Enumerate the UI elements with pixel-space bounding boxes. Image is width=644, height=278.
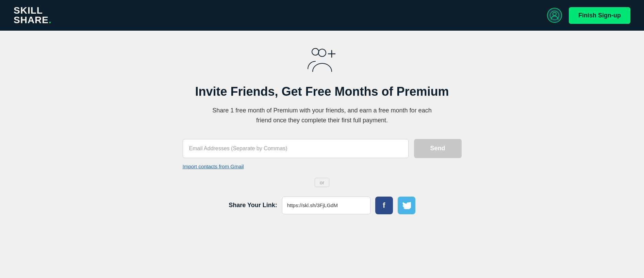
gmail-link-wrapper: Import contacts from Gmail <box>183 164 462 170</box>
main-content: Invite Friends, Get Free Months of Premi… <box>0 31 644 235</box>
logo-line2: SHare. <box>14 15 52 25</box>
share-url-input[interactable] <box>282 197 370 214</box>
send-button[interactable]: Send <box>414 139 462 158</box>
logo: SKiLL SHare. <box>14 6 52 25</box>
email-input[interactable] <box>183 139 409 158</box>
logo-text-line2: SHare <box>14 15 49 25</box>
facebook-share-button[interactable]: f <box>375 197 393 214</box>
logo-text-line1: SKiLL <box>14 5 43 16</box>
logo-line1: SKiLL <box>14 6 52 15</box>
avatar-icon <box>550 11 559 20</box>
invite-icon <box>305 44 339 76</box>
svg-point-0 <box>553 12 556 16</box>
page-subtitle: Share 1 free month of Premium with your … <box>207 106 438 125</box>
logo-dot: . <box>49 15 52 25</box>
twitter-share-button[interactable] <box>398 197 415 214</box>
header-right: Finish Sign-up <box>547 7 630 24</box>
svg-point-2 <box>312 48 319 55</box>
share-row: Share Your Link: f <box>229 197 415 214</box>
share-label: Share Your Link: <box>229 202 277 209</box>
invite-friends-icon <box>305 44 339 75</box>
facebook-icon: f <box>383 201 385 210</box>
twitter-icon <box>402 202 411 209</box>
avatar[interactable] <box>547 8 562 23</box>
finish-signup-button[interactable]: Finish Sign-up <box>569 7 630 24</box>
page-title: Invite Friends, Get Free Months of Premi… <box>195 84 449 99</box>
or-divider: or <box>183 178 462 187</box>
email-form: Send <box>183 139 462 158</box>
header: SKiLL SHare. Finish Sign-up <box>0 0 644 31</box>
svg-point-3 <box>318 49 326 57</box>
import-gmail-link[interactable]: Import contacts from Gmail <box>183 164 244 169</box>
or-text: or <box>315 178 329 187</box>
